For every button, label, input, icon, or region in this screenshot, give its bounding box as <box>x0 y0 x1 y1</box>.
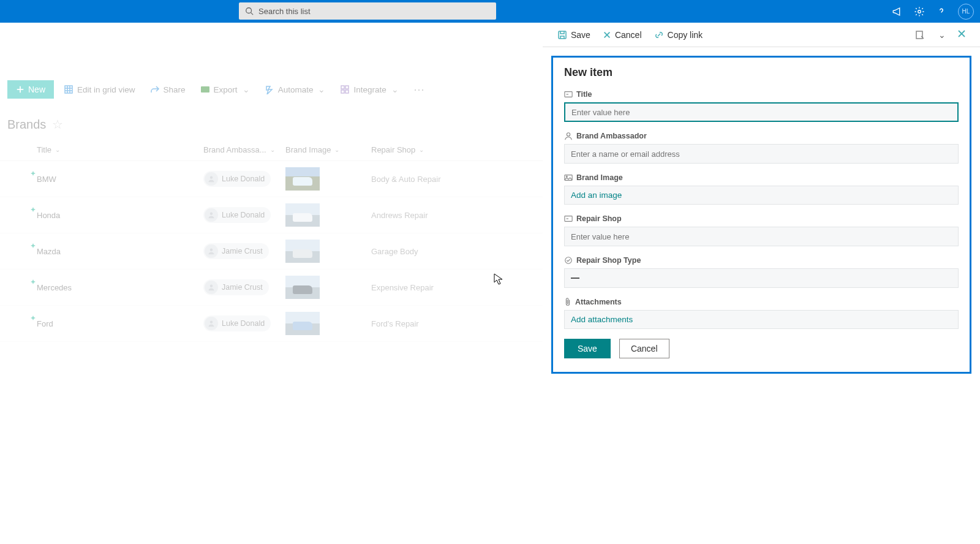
new-indicator-icon <box>31 243 36 248</box>
cell-ambassador: Luke Donald <box>203 171 285 187</box>
search-input[interactable]: Search this list <box>239 2 496 20</box>
megaphone-icon[interactable] <box>892 6 903 17</box>
cell-ambassador: Jamie Crust <box>203 279 285 295</box>
form-icon <box>915 30 925 40</box>
cell-image <box>285 312 371 335</box>
col-title[interactable]: Title⌄ <box>37 145 203 154</box>
svg-rect-5 <box>65 86 72 93</box>
new-indicator-icon <box>31 315 36 320</box>
cell-shop: Body & Auto Repair <box>371 175 538 184</box>
panel-cancel-button[interactable]: Cancel <box>598 28 647 42</box>
person-chip[interactable]: Jamie Crust <box>203 279 269 295</box>
favorite-star[interactable]: ☆ <box>52 117 63 132</box>
svg-rect-10 <box>201 86 209 93</box>
list-title-bar: Brands ☆ <box>0 104 543 137</box>
integrate-button[interactable]: Integrate⌄ <box>335 82 403 97</box>
svg-point-15 <box>210 176 213 179</box>
table-row[interactable]: Mercedes Jamie Crust Expensive Repair <box>0 270 543 306</box>
table-row[interactable]: Honda Luke Donald Andrews Repair <box>0 197 543 233</box>
form-dropdown[interactable]: ⌄ <box>932 28 951 42</box>
export-button[interactable]: Export⌄ <box>195 82 255 97</box>
excel-icon <box>200 85 210 94</box>
new-indicator-icon <box>31 279 36 284</box>
image-thumbnail[interactable] <box>285 240 320 263</box>
table-row[interactable]: Mazda Jamie Crust Garage Body <box>0 233 543 270</box>
edit-grid-button[interactable]: Edit in grid view <box>59 82 140 97</box>
cell-title: Honda <box>37 211 203 220</box>
svg-rect-12 <box>345 86 349 89</box>
more-button[interactable]: ⋯ <box>409 80 431 99</box>
avatar-icon <box>205 244 218 258</box>
cell-image <box>285 203 371 227</box>
new-indicator-icon <box>31 171 36 176</box>
cell-title: Ford <box>37 319 203 328</box>
link-icon <box>654 30 664 40</box>
field-label-attachments: Attachments <box>564 298 959 306</box>
cell-ambassador: Luke Donald <box>203 315 285 331</box>
image-icon <box>564 174 573 181</box>
list-rows: BMW Luke Donald Body & Auto Repair Honda… <box>0 161 543 342</box>
svg-rect-11 <box>341 86 344 89</box>
automate-button[interactable]: Automate⌄ <box>260 82 331 97</box>
person-chip[interactable]: Luke Donald <box>203 315 271 331</box>
cell-image <box>285 240 371 263</box>
form-card: New item Title Brand Ambassador <box>551 56 971 374</box>
col-image[interactable]: Brand Image⌄ <box>285 145 371 154</box>
cell-title: Mercedes <box>37 283 203 292</box>
gear-icon[interactable] <box>914 6 925 17</box>
image-thumbnail[interactable] <box>285 203 320 227</box>
share-icon <box>150 85 160 94</box>
integrate-icon <box>340 85 350 94</box>
new-indicator-icon <box>31 207 36 212</box>
side-panel: Save Cancel Copy link ⌄ New item <box>543 23 980 544</box>
field-label-shop-type: Repair Shop Type <box>564 256 959 265</box>
form-title: New item <box>564 66 959 79</box>
user-avatar[interactable]: HL <box>958 4 974 20</box>
table-row[interactable]: Ford Luke Donald Ford's Repair <box>0 306 543 342</box>
panel-close-button[interactable] <box>953 26 970 43</box>
svg-line-1 <box>251 13 254 15</box>
col-shop[interactable]: Repair Shop⌄ <box>371 145 538 154</box>
list-title: Brands <box>7 118 46 132</box>
cell-shop: Garage Body <box>371 247 538 256</box>
person-chip[interactable]: Luke Donald <box>203 171 271 187</box>
column-headers: Title⌄ Brand Ambassa...⌄ Brand Image⌄ Re… <box>0 137 543 161</box>
image-thumbnail[interactable] <box>285 276 320 299</box>
panel-copylink-button[interactable]: Copy link <box>649 28 708 42</box>
person-chip[interactable]: Jamie Crust <box>203 243 269 259</box>
add-attachments-button[interactable]: Add attachments <box>564 310 959 329</box>
title-input[interactable] <box>564 102 959 122</box>
avatar-icon <box>205 208 218 222</box>
list-toolbar: New Edit in grid view Share Export⌄ Auto… <box>0 75 543 104</box>
svg-rect-13 <box>341 90 344 93</box>
person-chip[interactable]: Luke Donald <box>203 207 271 223</box>
image-thumbnail[interactable] <box>285 167 320 191</box>
cell-shop: Ford's Repair <box>371 319 538 328</box>
cell-title: BMW <box>37 175 203 184</box>
new-button[interactable]: New <box>7 80 54 99</box>
form-cancel-button[interactable]: Cancel <box>619 339 669 358</box>
field-label-ambassador: Brand Ambassador <box>564 132 959 140</box>
flow-icon <box>265 85 274 94</box>
share-button[interactable]: Share <box>145 82 190 97</box>
help-icon[interactable] <box>936 6 947 17</box>
cell-ambassador: Jamie Crust <box>203 243 285 259</box>
shop-input[interactable] <box>564 227 959 246</box>
main-content: New Edit in grid view Share Export⌄ Auto… <box>0 23 543 544</box>
table-row[interactable]: BMW Luke Donald Body & Auto Repair <box>0 161 543 197</box>
cell-shop: Expensive Repair <box>371 283 538 292</box>
choice-icon <box>564 256 573 265</box>
field-label-shop: Repair Shop <box>564 214 959 223</box>
grid-icon <box>64 85 74 94</box>
cell-shop: Andrews Repair <box>371 211 538 220</box>
col-ambassador[interactable]: Brand Ambassa...⌄ <box>203 145 285 154</box>
form-save-button[interactable]: Save <box>564 339 611 358</box>
ambassador-input[interactable] <box>564 144 959 164</box>
svg-point-2 <box>918 10 921 13</box>
add-image-button[interactable]: Add an image <box>564 186 959 205</box>
image-thumbnail[interactable] <box>285 312 320 335</box>
shop-type-select[interactable] <box>564 268 959 288</box>
svg-rect-23 <box>916 31 922 39</box>
edit-form-button[interactable] <box>910 28 930 42</box>
panel-save-button[interactable]: Save <box>552 28 595 42</box>
